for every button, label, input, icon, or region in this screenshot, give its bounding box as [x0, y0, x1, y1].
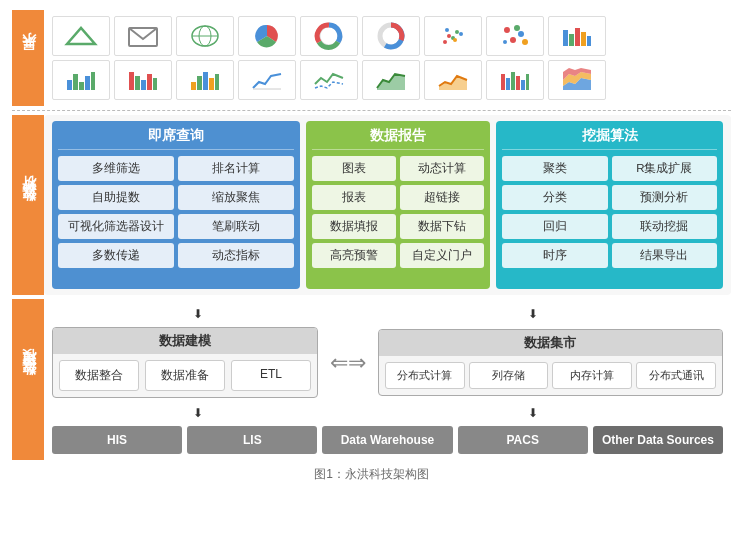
icon-box-5 [300, 16, 358, 56]
source-lis: LIS [187, 426, 317, 454]
chart-icon-1 [63, 22, 99, 50]
report-cell-3: 报表 [312, 185, 396, 210]
analysis-content: 即席查询 多维筛选 排名计算 自助提数 缩放聚焦 可视化筛选器设计 笔刷联动 多… [44, 115, 731, 295]
svg-rect-29 [79, 82, 84, 90]
svg-rect-26 [587, 36, 591, 46]
report-cell-8: 自定义门户 [400, 243, 484, 268]
query-cell-8: 动态指标 [178, 243, 294, 268]
icon-box-9 [548, 16, 606, 56]
query-cell-6: 笔刷联动 [178, 214, 294, 239]
icon-row-2 [52, 60, 723, 100]
build-content: ⬇ ⬇ 数据建模 数据整合 数据准备 ETL ⇐⇒ [44, 299, 731, 460]
icon-box-16 [424, 60, 482, 100]
svg-rect-22 [563, 30, 568, 46]
arrow-down-right-2: ⬇ [344, 406, 723, 420]
svg-rect-48 [526, 74, 529, 90]
model-cell-3: ETL [231, 360, 311, 391]
icon-box-14 [300, 60, 358, 100]
svg-rect-36 [153, 78, 157, 90]
query-cell-7: 多数传递 [58, 243, 174, 268]
svg-rect-41 [215, 74, 219, 90]
icon-box-15 [362, 60, 420, 100]
chart-icon-7 [435, 22, 471, 50]
svg-point-16 [504, 27, 510, 33]
chart-icon-12 [187, 66, 223, 94]
market-cell-4: 分布式通讯 [636, 362, 716, 389]
query-cell-2: 排名计算 [178, 156, 294, 181]
figure-caption: 图1：永洪科技架构图 [12, 466, 731, 483]
icon-box-3 [176, 16, 234, 56]
svg-rect-24 [575, 28, 580, 46]
query-cells: 多维筛选 排名计算 自助提数 缩放聚焦 可视化筛选器设计 笔刷联动 多数传递 动… [58, 156, 294, 268]
query-cell-4: 缩放聚焦 [178, 185, 294, 210]
market-cell-2: 列存储 [469, 362, 549, 389]
icon-box-12 [176, 60, 234, 100]
svg-point-19 [514, 25, 520, 31]
build-section: 数据建模 ⬇ ⬇ 数据建模 数据整合 数据准备 ET [12, 299, 731, 460]
svg-rect-39 [203, 72, 208, 90]
svg-rect-44 [506, 78, 510, 90]
report-cell-4: 超链接 [400, 185, 484, 210]
source-pacs: PACS [458, 426, 588, 454]
icon-box-6 [362, 16, 420, 56]
display-label: 展示 [12, 10, 44, 106]
mining-cell-7: 时序 [502, 243, 607, 268]
down-arrow-4: ⬇ [528, 406, 538, 420]
svg-rect-34 [141, 80, 146, 90]
model-box: 数据建模 数据整合 数据准备 ETL [52, 327, 318, 398]
chart-icon-14 [311, 66, 347, 94]
svg-rect-47 [521, 80, 525, 90]
chart-icon-4 [249, 22, 285, 50]
svg-rect-45 [511, 72, 515, 90]
report-title: 数据报告 [312, 127, 484, 150]
svg-rect-32 [129, 72, 134, 90]
report-cell-1: 图表 [312, 156, 396, 181]
chart-icon-17 [497, 66, 533, 94]
mining-title: 挖掘算法 [502, 127, 717, 150]
query-cell-5: 可视化筛选器设计 [58, 214, 174, 239]
icon-box-18 [548, 60, 606, 100]
chart-icon-16 [435, 66, 471, 94]
report-cell-7: 高亮预警 [312, 243, 396, 268]
svg-rect-37 [191, 82, 196, 90]
svg-point-14 [445, 28, 449, 32]
down-arrow-1: ⬇ [193, 307, 203, 321]
svg-point-21 [503, 40, 507, 44]
svg-rect-27 [67, 80, 72, 90]
icon-box-10 [52, 60, 110, 100]
report-cell-2: 动态计算 [400, 156, 484, 181]
market-cells: 分布式计算 列存储 内存计算 分布式通讯 [379, 356, 722, 395]
market-title: 数据集市 [379, 330, 722, 356]
query-cell-3: 自助提数 [58, 185, 174, 210]
icon-box-7 [424, 16, 482, 56]
source-dw: Data Warehouse [322, 426, 452, 454]
svg-rect-40 [209, 78, 214, 90]
icon-box-8 [486, 16, 544, 56]
analysis-grid: 即席查询 多维筛选 排名计算 自助提数 缩放聚焦 可视化筛选器设计 笔刷联动 多… [52, 121, 723, 289]
chart-icon-9 [559, 22, 595, 50]
mining-cell-6: 联动挖掘 [612, 214, 717, 239]
display-content [44, 10, 731, 106]
build-label: 数据建模 [12, 299, 44, 460]
icon-box-1 [52, 16, 110, 56]
icon-box-2 [114, 16, 172, 56]
build-middle: 数据建模 数据整合 数据准备 ETL ⇐⇒ 数据集市 分布式计算 列存储 内存 [52, 327, 723, 398]
svg-point-10 [447, 34, 451, 38]
svg-rect-35 [147, 74, 152, 90]
display-section: 展示 [12, 10, 731, 111]
icon-box-4 [238, 16, 296, 56]
icon-row-1 [52, 16, 723, 56]
report-panel: 数据报告 图表 动态计算 报表 超链接 数据填报 数据下钻 高亮预警 自定义门户 [306, 121, 490, 289]
mining-cell-8: 结果导出 [612, 243, 717, 268]
icon-box-17 [486, 60, 544, 100]
down-arrow-2: ⬇ [528, 307, 538, 321]
svg-rect-28 [73, 74, 78, 90]
chart-icon-6 [373, 22, 409, 50]
svg-point-15 [453, 38, 457, 42]
chart-icon-15 [373, 66, 409, 94]
mining-cell-2: R集成扩展 [612, 156, 717, 181]
mining-cell-5: 回归 [502, 214, 607, 239]
page-container: 展示 [0, 0, 743, 491]
query-title: 即席查询 [58, 127, 294, 150]
model-cell-1: 数据整合 [59, 360, 139, 391]
